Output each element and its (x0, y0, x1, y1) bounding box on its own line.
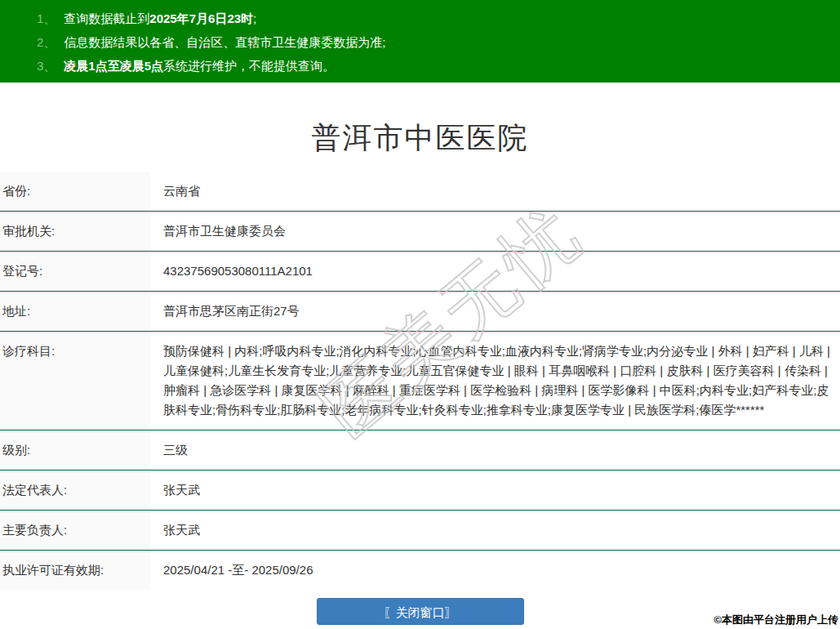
notice-text-bold: 2025年7月6日23时 (149, 11, 253, 25)
notice-line-3: 3、凌晨1点至凌晨5点系统进行维护，不能提供查询。 (37, 54, 824, 78)
row-value: 43237569053080111A2101 (150, 252, 840, 291)
table-row-license-validity-period: 执业许可证有效期: 2025/04/21 -至- 2025/09/26 (0, 551, 840, 590)
notice-line-1: 1、查询数据截止到2025年7月6日23时; (37, 7, 824, 30)
row-label: 主要负责人: (0, 511, 150, 550)
notice-number: 2、 (37, 35, 56, 49)
row-value: 云南省 (150, 172, 840, 211)
row-value: 三级 (150, 430, 840, 470)
title-section: 普洱市中医医院 (0, 83, 840, 172)
row-label: 省份: (0, 172, 150, 211)
row-value: 预防保健科 | 内科;呼吸内科专业;消化内科专业;心血管内科专业;血液内科专业;… (150, 332, 840, 430)
row-value: 张天武 (150, 471, 840, 510)
row-label: 级别: (0, 430, 150, 470)
attribution-text: ©本图由平台注册用户上传 (713, 613, 838, 627)
row-value: 普洱市卫生健康委员会 (150, 212, 840, 251)
hospital-info-table: 省份: 云南省 审批机关: 普洱市卫生健康委员会 登记号: 4323756905… (0, 172, 840, 590)
table-row-legal-representative: 法定代表人: 张天武 (0, 471, 840, 511)
row-value: 2025/04/21 -至- 2025/09/26 (150, 551, 840, 590)
table-row-registration-number: 登记号: 43237569053080111A2101 (0, 252, 840, 292)
notice-number: 1、 (37, 11, 56, 25)
row-label: 登记号: (0, 252, 150, 291)
row-label: 审批机关: (0, 212, 150, 251)
table-row-main-responsible-person: 主要负责人: 张天武 (0, 511, 840, 551)
table-row-level: 级别: 三级 (0, 430, 840, 471)
notice-banner: 1、查询数据截止到2025年7月6日23时; 2、信息数据结果以各省、自治区、直… (0, 0, 840, 83)
row-label: 地址: (0, 292, 150, 331)
row-value: 普洱市思茅区南正街27号 (150, 292, 840, 331)
notice-text: 信息数据结果以各省、自治区、直辖市卫生健康委数据为准; (64, 35, 385, 49)
table-row-approval-authority: 审批机关: 普洱市卫生健康委员会 (0, 212, 840, 252)
page-title: 普洱市中医医院 (0, 118, 840, 158)
table-row-address: 地址: 普洱市思茅区南正街27号 (0, 292, 840, 332)
notice-text-bold: 凌晨1点至凌晨5点 (64, 59, 163, 73)
table-row-medical-departments: 诊疗科目: 预防保健科 | 内科;呼吸内科专业;消化内科专业;心血管内科专业;血… (0, 332, 840, 430)
notice-number: 3、 (37, 59, 56, 73)
row-label: 执业许可证有效期: (0, 551, 150, 590)
notice-text: 查询数据截止到 (64, 11, 149, 25)
table-row-province: 省份: 云南省 (0, 172, 840, 212)
notice-line-2: 2、信息数据结果以各省、自治区、直辖市卫生健康委数据为准; (37, 30, 824, 54)
notice-text: ; (253, 11, 256, 25)
row-label: 法定代表人: (0, 471, 150, 510)
row-label: 诊疗科目: (0, 332, 150, 430)
notice-text: 系统进行维护，不能提供查询。 (163, 59, 335, 73)
row-value: 张天武 (150, 511, 840, 550)
close-window-button[interactable]: 〖关闭窗口〗 (317, 598, 524, 625)
